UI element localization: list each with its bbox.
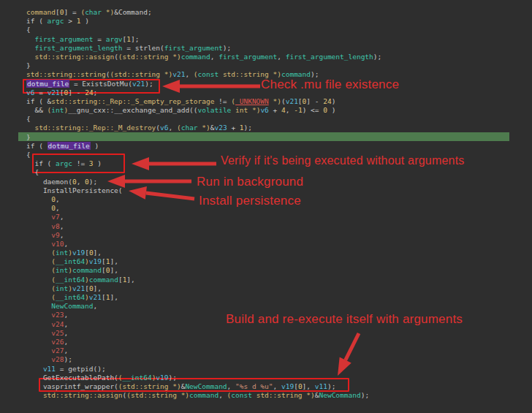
code-token: );: [244, 124, 252, 132]
code-token: [: [85, 284, 89, 292]
code-line[interactable]: (__int64)command[1],: [26, 276, 381, 284]
code-token: v11: [315, 382, 327, 390]
code-token: ,: [56, 195, 60, 203]
code-token: if (: [26, 142, 48, 150]
code-token: const: [231, 391, 252, 399]
code-token: = ExistsDotMu(: [69, 80, 132, 88]
code-token: const: [198, 70, 219, 78]
code-token: daemon(: [26, 178, 72, 186]
code-line[interactable]: v8,: [26, 222, 381, 231]
code-token: ,: [94, 302, 98, 310]
code-token: [: [294, 382, 298, 390]
code-token: command: [72, 266, 102, 274]
code-token: [26, 329, 51, 337]
highlighted-variable-token: dotmu_file: [26, 80, 69, 88]
code-token: v23: [51, 311, 64, 319]
code-token: v21: [172, 70, 185, 78]
code-token: ,: [64, 311, 69, 319]
code-line[interactable]: v7,: [26, 213, 381, 221]
code-token: v19: [72, 249, 85, 257]
code-token: v21: [286, 97, 298, 105]
code-line[interactable]: first_argument = argv[1];: [26, 35, 381, 44]
code-line[interactable]: (__int64)v21[1],: [26, 293, 381, 302]
code-line[interactable]: (int)v19[0],: [26, 249, 381, 257]
code-token: *): [102, 8, 114, 16]
highlighted-variable-token: dotmu_file: [48, 142, 91, 150]
code-line[interactable]: v28);: [26, 355, 381, 364]
code-token: ,: [60, 213, 64, 221]
code-line[interactable]: v27,: [26, 346, 381, 355]
code-line[interactable]: first_argument_length = strlen(first_arg…: [26, 44, 381, 53]
code-token: 24: [323, 97, 331, 105]
code-token: *): [269, 97, 281, 105]
code-token: [: [298, 97, 303, 105]
code-token: [: [102, 257, 106, 265]
code-token: std::string *): [218, 70, 281, 78]
code-line[interactable]: v25,: [26, 329, 381, 338]
code-token: 3: [89, 159, 94, 167]
code-line[interactable]: if ( argc > 1 ): [26, 17, 381, 26]
code-token: v11: [43, 365, 56, 373]
code-line[interactable]: command[0] = (char *)&Command;: [26, 8, 381, 17]
code-line[interactable]: (int)v21[0],: [26, 284, 381, 293]
code-token: ,: [60, 231, 64, 239]
code-token: ,: [64, 338, 69, 346]
code-token: ],: [94, 249, 102, 257]
code-line[interactable]: v26,: [26, 338, 381, 346]
annotation-label: Check .mu file existence: [261, 77, 399, 92]
code-token: ) <=: [303, 106, 324, 114]
code-token: 0: [72, 178, 77, 186]
code-line[interactable]: {: [26, 115, 381, 124]
code-token: vasprintf_wrapper(: [26, 382, 118, 390]
code-token: [: [102, 266, 106, 274]
code-token: 0: [298, 382, 303, 390]
code-token: -1: [294, 106, 302, 114]
code-line[interactable]: std::string::assign((std::string *)comma…: [26, 391, 381, 400]
code-line[interactable]: (int)command[0],: [26, 266, 381, 275]
code-token: [: [102, 293, 106, 301]
code-token: [26, 53, 34, 61]
code-token: if (: [26, 159, 56, 167]
code-token: ,: [286, 106, 294, 114]
code-token: ,: [64, 320, 69, 328]
code-token: v24: [51, 320, 64, 328]
code-line[interactable]: (__int64)v19[1],: [26, 257, 381, 266]
code-line[interactable]: v11 = getpid();: [26, 365, 381, 374]
code-token: );: [327, 382, 335, 390]
code-token: ): [85, 276, 89, 284]
code-token: {: [26, 115, 31, 123]
code-token: v7: [51, 213, 59, 221]
code-line[interactable]: NewCommand,: [26, 302, 381, 311]
code-token: ;: [94, 88, 98, 96]
code-line[interactable]: if ( &std::string::_Rep::_S_empty_rep_st…: [26, 97, 381, 106]
code-token: v21: [89, 293, 102, 301]
code-token: = strlen(: [123, 44, 164, 52]
code-line[interactable]: std::string::assign((std::string *)comma…: [26, 53, 381, 61]
code-token: v23: [215, 124, 227, 132]
code-token: v6: [26, 88, 34, 96]
code-token: ],: [110, 266, 118, 274]
code-token: ): [80, 17, 88, 25]
code-token: ,: [64, 346, 69, 355]
code-token: [26, 355, 51, 363]
code-token: = getpid();: [56, 365, 106, 373]
code-token: v21: [132, 80, 145, 88]
code-token: [26, 257, 51, 265]
code-line[interactable]: && (int)__gnu_cxx::__exchange_and_add((v…: [26, 106, 381, 115]
code-line[interactable]: }: [26, 133, 381, 142]
decompiler-view: command[0] = (char *)&Command;if ( argc …: [0, 0, 532, 413]
code-token: std::string::_Rep::_M_destroy: [34, 124, 156, 132]
code-token: NewCommand: [185, 382, 227, 390]
code-token: !=: [214, 97, 231, 105]
code-token: int *): [231, 106, 260, 114]
code-token: ,: [169, 124, 177, 132]
code-line[interactable]: v9,: [26, 231, 381, 240]
code-token: 0: [89, 284, 94, 292]
code-token: command: [89, 276, 118, 284]
code-line[interactable]: }: [26, 61, 381, 70]
code-line[interactable]: vasprintf_wrapper((std::string *)&NewCom…: [26, 382, 381, 391]
code-line[interactable]: v10,: [26, 240, 381, 249]
code-line[interactable]: if ( dotmu_file ): [26, 142, 381, 151]
code-line[interactable]: {: [26, 26, 381, 34]
code-token: ): [85, 293, 89, 301]
